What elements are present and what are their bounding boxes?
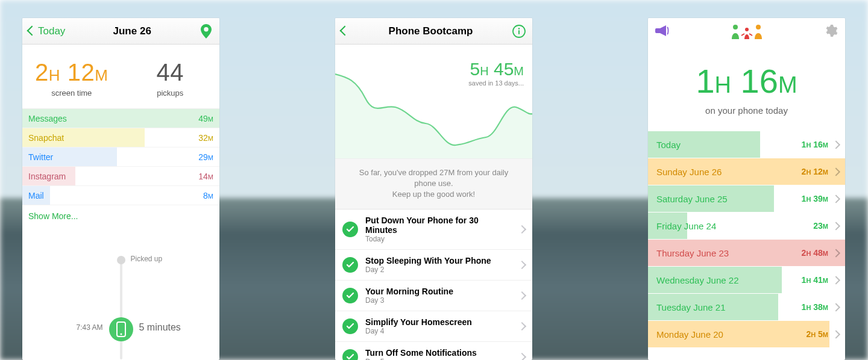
pickup-start-label: Picked up [131,255,163,263]
chevron-right-icon [833,240,839,267]
task-title: Simplify Your Homescreen [365,317,512,327]
chevron-right-icon [833,185,839,213]
check-icon [342,288,358,303]
day-time: 1H 16M [802,131,828,159]
chevron-right-icon [833,213,839,240]
app-row[interactable]: Mail8M [22,186,219,205]
screen-time-value: 2H 12M [22,59,121,86]
svg-rect-4 [518,30,520,34]
task-row[interactable]: Put Down Your Phone for 30 MinutesToday [335,209,532,250]
task-subtitle: Day 3 [365,296,512,305]
app-time: 49M [198,109,213,128]
chevron-right-icon [519,321,525,331]
app-usage-list: Messages49MSnapchat32MTwitter29MInstagra… [22,108,219,205]
back-label: Today [38,25,65,37]
day-row[interactable]: Monday June 202H 5M [648,321,845,348]
family-icon[interactable] [729,23,764,39]
chevron-right-icon [833,131,839,158]
stats-row: 2H 12M screen time 44 pickups [22,45,219,108]
page-title: June 26 [113,25,151,37]
task-row[interactable]: Stop Sleeping With Your PhoneDay 2 [335,250,532,281]
location-pin-icon[interactable] [199,24,213,39]
history-list: Today1H 16MSunday June 262H 12MSaturday … [648,131,845,348]
day-row[interactable]: Sunday June 262H 12M [648,158,845,185]
blurb-line1: So far, you've dropped 27M from your dai… [359,168,508,188]
screen-bootcamp: Phone Bootcamp 5H 45M saved in 13 days..… [335,18,532,360]
screen-today: 1H 16M on your phone today Today1H 16MSu… [648,18,845,360]
pickups-stat: 44 pickups [121,59,220,98]
app-time: 32M [198,128,213,147]
bootcamp-blurb: So far, you've dropped 27M from your dai… [335,159,532,209]
topbar [648,18,845,45]
chevron-right-icon [833,158,839,185]
svg-point-1 [120,334,122,335]
task-row[interactable]: Your Morning RoutineDay 3 [335,281,532,311]
pickup-timeline: Picked up 7:43 AM 5 minutes [22,227,219,347]
app-time: 29M [198,147,213,166]
day-name: Tuesday June 21 [656,294,726,321]
chevron-right-icon [519,291,525,300]
app-row[interactable]: Instagram14M [22,167,219,186]
day-row[interactable]: Thursday June 232H 48M [648,240,845,267]
line-chart-icon [335,68,532,158]
svg-point-5 [733,25,738,29]
day-row[interactable]: Today1H 16M [648,131,845,158]
chevron-right-icon [833,267,839,294]
show-more-link[interactable]: Show More... [22,205,219,227]
gear-icon[interactable] [823,23,838,40]
task-title: Stop Sleeping With Your Phone [365,256,512,265]
task-row[interactable]: Turn Off Some NotificationsDay 5 [335,342,532,360]
day-row[interactable]: Saturday June 251H 39M [648,185,845,213]
app-name: Snapchat [28,128,64,147]
chevron-right-icon [833,321,839,348]
app-name: Messages [28,109,67,128]
svg-point-7 [756,25,761,29]
bootcamp-task-list: Put Down Your Phone for 30 MinutesTodayS… [335,209,532,360]
back-button[interactable]: Today [28,25,65,37]
day-row[interactable]: Wednesday June 221H 41M [648,267,845,294]
pickups-value: 44 [121,59,220,86]
day-name: Sunday June 26 [656,158,722,185]
check-icon [342,318,358,334]
info-icon[interactable] [512,24,526,39]
chevron-left-icon [28,25,37,37]
pickup-event-icon[interactable] [109,317,133,341]
day-name: Wednesday June 22 [656,267,739,294]
back-button[interactable] [341,25,350,37]
app-name: Twitter [28,147,53,166]
megaphone-icon[interactable] [655,25,670,39]
app-row[interactable]: Messages49M [22,109,219,128]
today-time: 1H 16M [648,61,845,101]
task-row[interactable]: Simplify Your HomescreenDay 4 [335,311,532,342]
app-row[interactable]: Snapchat32M [22,128,219,147]
day-time: 2H 12M [802,158,828,186]
app-row[interactable]: Twitter29M [22,147,219,167]
chevron-right-icon [519,260,525,270]
check-icon [342,222,358,237]
pickup-duration: 5 minutes [139,322,181,333]
day-row[interactable]: Tuesday June 211H 38M [648,294,845,321]
chevron-left-icon [341,25,350,37]
app-name: Instagram [28,167,66,185]
task-subtitle: Today [365,235,512,243]
today-hero: 1H 16M on your phone today [648,45,845,131]
navbar: Phone Bootcamp [335,18,532,45]
pickup-time: 7:43 AM [76,323,102,332]
check-icon [342,257,358,273]
chevron-right-icon [519,225,525,234]
day-time: 23M [813,213,828,240]
task-subtitle: Day 5 [365,358,512,360]
screen-daily-detail: Today June 26 2H 12M screen time 44 pick… [22,18,219,360]
day-time: 1H 39M [802,185,828,213]
pickups-label: pickups [121,88,220,98]
check-icon [342,349,358,360]
task-title: Your Morning Routine [365,287,512,296]
blurb-line2: Keep up the good work! [392,190,475,199]
timeline-track [120,263,122,359]
day-row[interactable]: Friday June 2423M [648,213,845,240]
day-name: Thursday June 23 [656,240,729,267]
svg-point-3 [518,28,520,29]
pickup-start-dot [117,256,125,264]
day-time: 1H 41M [802,267,828,294]
app-time: 14M [198,167,213,185]
